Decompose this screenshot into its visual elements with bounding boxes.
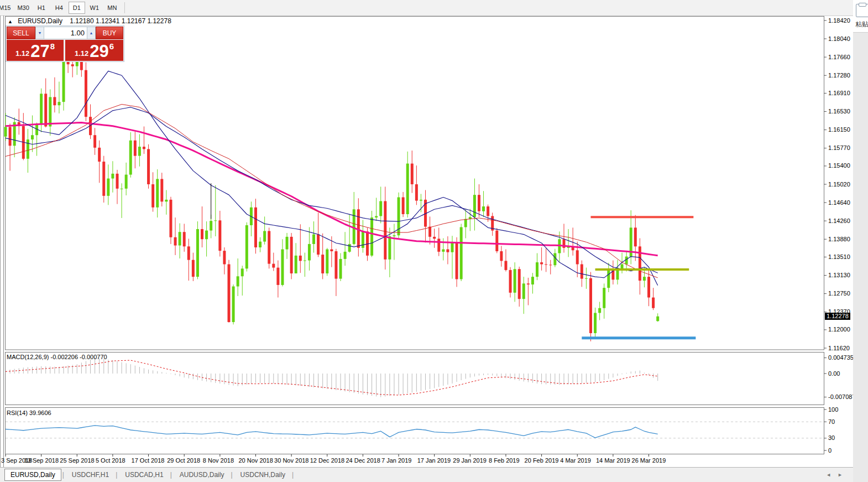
background-window: 粘贴	[853, 0, 868, 482]
candle-body	[187, 246, 190, 260]
price-axis-label: 1.12000	[828, 326, 850, 333]
volume-input[interactable]	[44, 27, 87, 39]
candle-body	[53, 97, 56, 105]
candle-body	[487, 206, 489, 216]
candle-body	[339, 259, 342, 279]
tab-separator: |	[231, 471, 232, 479]
candle-body	[27, 139, 29, 159]
rsi-pane[interactable]	[6, 408, 824, 454]
candle-body	[460, 227, 463, 279]
candle-body	[201, 229, 203, 239]
main-chart-pane[interactable]	[6, 17, 824, 350]
candle-body	[121, 189, 123, 189]
chart-tab-usdcnh[interactable]: USDCNH,Daily	[235, 469, 291, 480]
one-click-trading-panel: SELL ▼ ▲ BUY 1.12 27 8 1.12 29 6	[6, 25, 124, 62]
candle-body	[299, 256, 302, 261]
candle-body	[370, 217, 373, 256]
candle-body	[585, 278, 588, 279]
candle-body	[576, 250, 579, 264]
candle-body	[192, 260, 195, 277]
candle-body	[9, 127, 12, 146]
candle-body	[446, 250, 449, 252]
price-axis-label: 1.18040	[828, 35, 850, 42]
candle-body	[456, 242, 458, 279]
paste-clipboard-icon[interactable]	[856, 4, 868, 17]
candle-body	[375, 216, 378, 217]
candle-body	[165, 200, 168, 201]
candle-body	[495, 231, 498, 251]
chart-tab-eurusd[interactable]: EURUSD,Daily	[4, 469, 61, 481]
candle-body	[143, 147, 145, 149]
candle-body	[210, 221, 212, 230]
candle-body	[433, 237, 436, 239]
candle-body	[179, 232, 181, 245]
candle-body	[205, 231, 208, 240]
price-axis-label: 1.15770	[828, 144, 850, 151]
chart-canvas[interactable]	[0, 0, 868, 482]
candle-body	[509, 270, 512, 293]
candle-body	[93, 135, 96, 148]
tab-separator: |	[116, 471, 117, 479]
buy-button[interactable]: BUY	[96, 27, 123, 39]
candle-body	[406, 164, 409, 214]
volume-decrease-button[interactable]: ▼	[35, 27, 44, 39]
chart-tab-usdcad[interactable]: USDCAD,H1	[119, 469, 169, 480]
symbol-title: EURUSD,Daily	[18, 17, 62, 25]
candle-body	[4, 127, 7, 136]
price-axis-label: 1.12750	[828, 290, 850, 297]
price-axis-label: 1.15400	[828, 162, 850, 169]
candle-body	[116, 174, 119, 189]
candle-body	[321, 255, 324, 273]
sell-price-pip: 8	[50, 40, 55, 51]
candle-body	[504, 261, 507, 270]
candle-body	[286, 237, 289, 250]
chart-tab-usdchf[interactable]: USDCHF,H1	[66, 469, 114, 480]
macd-axis-label: 0.004735	[828, 354, 854, 361]
sell-button[interactable]: SELL	[7, 27, 35, 39]
candle-body	[304, 261, 306, 261]
tab-scroll-left-icon[interactable]: ◄	[823, 472, 834, 478]
chart-tab-bar: EURUSD,Daily|USDCHF,H1|USDCAD,H1|AUDUSD,…	[0, 467, 868, 482]
price-axis-label: 1.13510	[828, 253, 850, 260]
time-axis-label: 13 Sep 2018	[24, 457, 59, 464]
candle-body	[442, 250, 445, 252]
candle-body	[603, 288, 605, 308]
collapse-panel-icon[interactable]: ▲	[8, 19, 13, 24]
chart-tab-audusd[interactable]: AUDUSD,Daily	[174, 469, 230, 480]
candle-body	[151, 184, 154, 208]
time-axis-label: 8 Feb 2019	[489, 457, 520, 464]
candle-body	[71, 64, 74, 66]
candle-body	[295, 256, 297, 273]
candle-body	[290, 237, 293, 273]
background-window-toolbar: 粘贴	[853, 0, 868, 33]
candle-body	[111, 174, 114, 179]
rsi-axis-label: 70	[828, 418, 835, 425]
tab-scroll-right-icon[interactable]: ►	[834, 472, 846, 478]
candle-body	[402, 198, 405, 214]
candle-body	[415, 184, 418, 201]
tab-separator: |	[62, 471, 64, 479]
time-axis-label: 24 Dec 2018	[346, 457, 380, 464]
price-axis-label: 1.13130	[828, 272, 850, 278]
paste-button-label[interactable]: 粘贴	[855, 20, 868, 29]
candle-body	[174, 237, 177, 246]
candle-body	[49, 97, 51, 126]
sell-price-box[interactable]: 1.12 27 8	[7, 40, 64, 61]
candle-body	[540, 262, 543, 264]
rsi-label: RSI(14) 39.9606	[7, 410, 51, 416]
candle-body	[531, 277, 534, 284]
buy-price-box[interactable]: 1.12 29 6	[65, 40, 123, 61]
price-axis-label: 1.15020	[828, 181, 850, 188]
candle-body	[656, 317, 659, 322]
time-axis-label: 29 Oct 2018	[167, 457, 200, 464]
time-axis-label: 4 Mar 2019	[560, 457, 591, 464]
candle-body	[183, 232, 186, 246]
candle-body	[156, 179, 159, 207]
macd-label: MACD(12,26,9) -0.002206 -0.000770	[7, 354, 107, 360]
candle-body	[232, 287, 235, 322]
candle-body	[553, 253, 556, 265]
candle-body	[549, 265, 552, 265]
candle-body	[254, 208, 257, 247]
candle-body	[31, 135, 34, 139]
volume-increase-button[interactable]: ▲	[87, 27, 96, 39]
